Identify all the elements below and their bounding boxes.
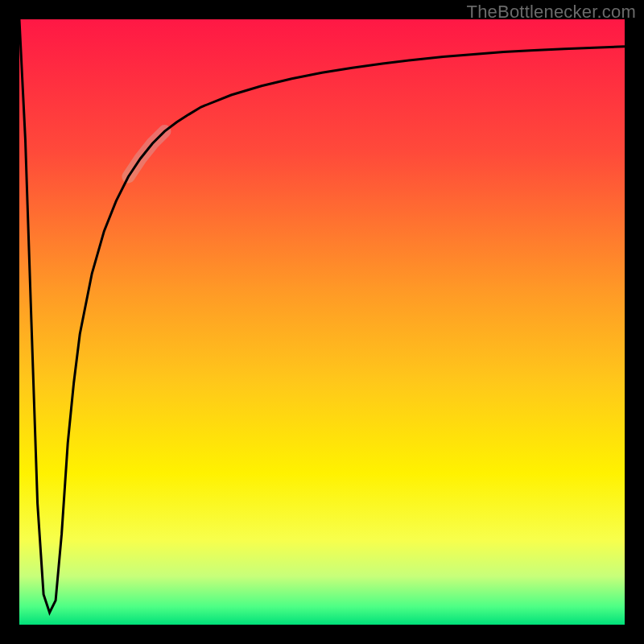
watermark-text: TheBottlenecker.com xyxy=(467,2,636,23)
plot-background xyxy=(19,19,625,625)
frame-right xyxy=(625,0,644,644)
bottleneck-plot xyxy=(0,0,644,644)
frame-bottom xyxy=(0,625,644,644)
chart-container: TheBottlenecker.com xyxy=(0,0,644,644)
frame-left xyxy=(0,0,19,644)
